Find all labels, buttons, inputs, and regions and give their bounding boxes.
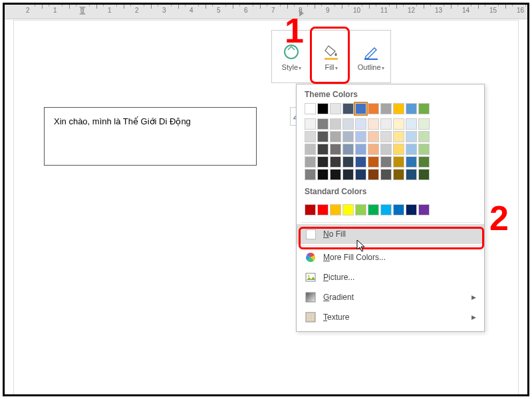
color-swatch[interactable]: [368, 103, 379, 114]
ruler-number: 9: [326, 7, 330, 14]
color-swatch[interactable]: [380, 169, 392, 180]
color-swatch[interactable]: [317, 169, 329, 180]
color-swatch[interactable]: [305, 131, 316, 142]
text-box[interactable]: Xin chào, mình là Thế Giới Di Động: [44, 107, 257, 166]
ruler-number: 12: [408, 7, 415, 14]
color-swatch[interactable]: [380, 204, 392, 215]
picture-fill-item[interactable]: Picture...: [297, 267, 484, 287]
color-swatch[interactable]: [406, 103, 417, 114]
color-swatch[interactable]: [393, 118, 404, 130]
color-swatch[interactable]: [368, 204, 379, 215]
color-swatch[interactable]: [330, 118, 341, 130]
color-swatch[interactable]: [355, 118, 366, 130]
ruler-number: 1: [108, 7, 112, 14]
color-swatch[interactable]: [418, 156, 430, 168]
color-swatch[interactable]: [355, 103, 366, 114]
color-swatch[interactable]: [368, 169, 379, 180]
color-swatch[interactable]: [330, 144, 341, 155]
color-swatch[interactable]: [418, 144, 430, 155]
color-swatch[interactable]: [355, 204, 366, 215]
color-swatch[interactable]: [305, 144, 316, 155]
color-swatch[interactable]: [330, 204, 341, 215]
color-swatch[interactable]: [330, 103, 341, 114]
color-swatch[interactable]: [368, 156, 379, 168]
color-swatch[interactable]: [305, 118, 316, 130]
color-swatch[interactable]: [406, 131, 417, 142]
color-swatch[interactable]: [418, 103, 430, 114]
color-swatch[interactable]: [406, 144, 417, 155]
picture-icon: [305, 271, 317, 283]
submenu-arrow-icon: ▶: [471, 294, 476, 301]
color-swatch[interactable]: [330, 131, 341, 142]
color-swatch[interactable]: [393, 103, 404, 114]
color-swatch[interactable]: [380, 131, 392, 142]
color-swatch[interactable]: [342, 144, 354, 155]
color-swatch[interactable]: [368, 144, 379, 155]
color-swatch[interactable]: [380, 118, 392, 130]
color-swatch[interactable]: [342, 156, 354, 168]
color-swatch[interactable]: [418, 131, 430, 142]
color-swatch[interactable]: [342, 131, 354, 142]
color-swatch[interactable]: [368, 118, 379, 130]
ruler-number: 3: [162, 7, 166, 14]
submenu-arrow-icon: ▶: [471, 314, 476, 321]
color-swatch[interactable]: [355, 169, 366, 180]
color-swatch[interactable]: [317, 118, 329, 130]
svg-rect-2: [325, 58, 338, 60]
color-swatch[interactable]: [393, 131, 404, 142]
color-swatch[interactable]: [368, 131, 379, 142]
style-icon: [281, 42, 301, 62]
color-swatch[interactable]: [317, 131, 329, 142]
no-fill-icon: [305, 228, 317, 240]
color-swatch[interactable]: [305, 103, 316, 114]
outline-button[interactable]: Outline▾: [351, 31, 390, 82]
color-swatch[interactable]: [317, 103, 329, 114]
color-swatch[interactable]: [418, 118, 430, 130]
color-swatch[interactable]: [406, 169, 417, 180]
shape-format-mini-toolbar: Style▾ Fill▾ Outline▾: [271, 30, 391, 83]
style-button[interactable]: Style▾: [272, 31, 312, 82]
color-swatch[interactable]: [342, 118, 354, 130]
color-swatch[interactable]: [380, 144, 392, 155]
ruler-number: 15: [489, 7, 497, 14]
color-swatch[interactable]: [380, 103, 392, 114]
color-swatch[interactable]: [305, 169, 316, 180]
color-swatch[interactable]: [393, 169, 404, 180]
color-swatch[interactable]: [418, 169, 430, 180]
color-swatch[interactable]: [406, 204, 417, 215]
color-swatch[interactable]: [393, 144, 404, 155]
color-swatch[interactable]: [406, 156, 417, 168]
svg-point-6: [308, 275, 310, 277]
color-swatch[interactable]: [330, 156, 341, 168]
ruler-number: 11: [380, 7, 388, 14]
color-swatch[interactable]: [342, 204, 354, 215]
color-swatch[interactable]: [305, 204, 316, 215]
color-swatch[interactable]: [342, 169, 354, 180]
svg-rect-5: [306, 273, 315, 281]
color-swatch[interactable]: [317, 204, 329, 215]
color-swatch[interactable]: [380, 156, 392, 168]
color-swatch[interactable]: [393, 204, 404, 215]
gradient-icon: [305, 291, 317, 303]
color-swatch[interactable]: [305, 156, 316, 168]
svg-rect-3: [364, 59, 378, 60]
color-swatch[interactable]: [342, 103, 354, 114]
text-box-content: Xin chào, mình là Thế Giới Di Động: [54, 116, 191, 126]
ruler-number: 6: [244, 7, 248, 14]
color-swatch[interactable]: [418, 204, 430, 215]
color-swatch[interactable]: [355, 131, 366, 142]
ruler-number: 4: [190, 7, 194, 14]
color-swatch[interactable]: [355, 156, 366, 168]
color-swatch[interactable]: [330, 169, 341, 180]
more-fill-colors-item[interactable]: More Fill Colors...: [297, 247, 484, 267]
color-swatch[interactable]: [317, 144, 329, 155]
color-swatch[interactable]: [393, 156, 404, 168]
color-swatch[interactable]: [317, 156, 329, 168]
color-swatch[interactable]: [355, 144, 366, 155]
no-fill-item[interactable]: No Fill: [297, 224, 484, 244]
fill-button[interactable]: Fill▾: [312, 31, 352, 82]
standard-colors-heading: Standard Colors: [297, 182, 484, 200]
gradient-fill-item[interactable]: Gradient ▶: [297, 287, 484, 307]
texture-fill-item[interactable]: Texture ▶: [297, 307, 484, 327]
color-swatch[interactable]: [406, 118, 417, 130]
